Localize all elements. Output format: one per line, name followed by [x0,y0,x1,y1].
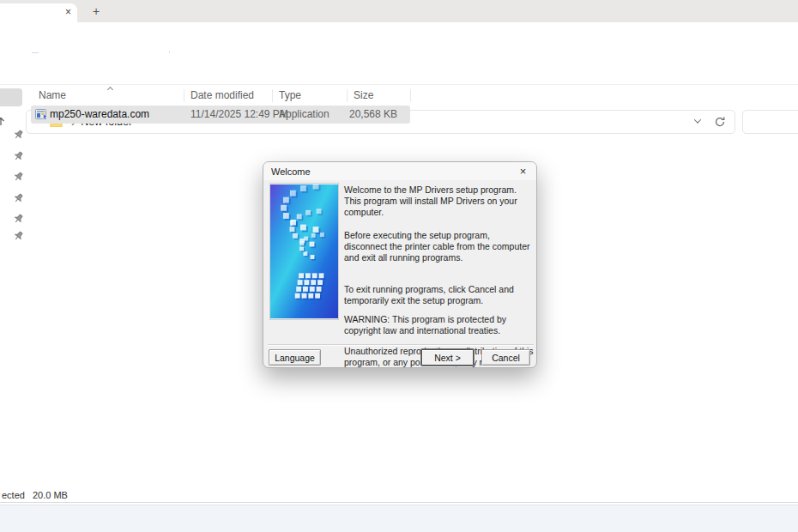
file-size: 20,568 KB [349,108,397,120]
welcome-dialog: Welcome × Welcome to the MP Drivers setu… [263,161,537,368]
pin-icon [14,231,23,241]
column-header-type[interactable]: Type [279,89,301,101]
refresh-icon[interactable] [714,116,726,128]
column-header-size[interactable]: Size [354,89,373,101]
file-date-modified: 11/14/2025 12:49 PM [190,108,288,120]
column-divider[interactable] [272,89,273,102]
sort-ascending-icon [107,87,113,93]
up-arrow-icon[interactable] [0,117,6,127]
dialog-paragraph: Before executing the setup program, disc… [344,230,535,263]
file-name: mp250-waredata.com [50,108,149,120]
command-bar: A ⇅ Sort ≡ View ⋯ [0,22,798,53]
dialog-paragraph: To exit running programs, click Cancel a… [344,284,535,306]
explorer-tab-bar: × + [0,0,798,22]
new-tab-button[interactable]: + [88,3,104,19]
column-header-name[interactable]: Name [39,89,66,101]
dialog-paragraph: WARNING: This program is protected by co… [344,314,535,336]
status-size-text: 20.0 MB [33,490,68,500]
search-box[interactable] [742,110,798,134]
sidebar-selected-item[interactable] [0,88,22,106]
dialog-close-icon[interactable]: × [516,164,530,178]
file-row[interactable]: mp250-waredata.com 11/14/2025 12:49 PM A… [31,106,410,124]
column-divider[interactable] [347,89,348,102]
pin-icon [14,193,23,203]
status-selection-text: ected [2,490,25,500]
status-bar: ected 20.0 MB [0,487,798,503]
cancel-button[interactable]: Cancel [481,349,530,366]
tab-close-icon[interactable]: × [61,4,76,19]
pin-icon [14,172,23,182]
content-divider [0,84,798,85]
language-button[interactable]: Language [269,349,321,366]
dialog-title-bar[interactable]: Welcome [263,162,536,180]
search-input[interactable] [748,112,798,132]
file-type: Application [279,108,329,120]
dialog-body-text: Welcome to the MP Drivers setup program.… [344,184,535,368]
application-file-icon [35,108,48,120]
dialog-title: Welcome [271,166,311,177]
taskbar [0,505,798,532]
column-divider[interactable] [184,89,184,102]
dialog-button-divider [268,344,534,346]
address-dropdown-chevron-icon[interactable] [694,116,701,123]
next-button[interactable]: Next > [421,349,474,366]
pin-icon [14,130,23,140]
pin-icon [14,214,23,224]
screen: × + A ⇅ Sort [0,0,798,532]
column-header-date-modified[interactable]: Date modified [190,89,254,101]
address-row: › New folder [0,53,798,84]
setup-artwork [269,183,339,320]
column-divider[interactable] [410,89,411,102]
dialog-paragraph: Welcome to the MP Drivers setup program.… [344,184,535,218]
pin-icon [14,151,23,161]
